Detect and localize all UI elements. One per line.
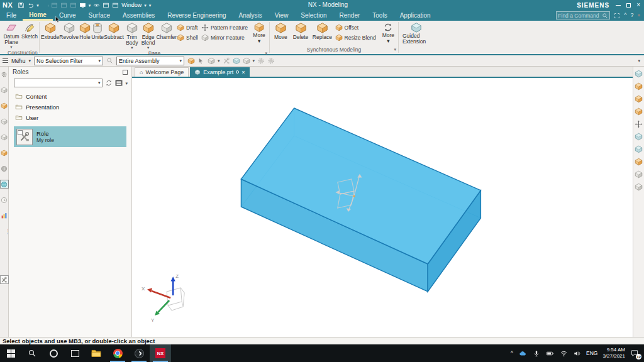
web-browser-icon[interactable] bbox=[1, 180, 8, 188]
roles-folder-user[interactable]: User bbox=[15, 114, 131, 121]
knowledge-fusion-icon[interactable] bbox=[1, 228, 8, 235]
delete-button[interactable]: Delete bbox=[291, 21, 311, 40]
base-group-label[interactable]: Base▾ bbox=[41, 50, 268, 57]
subtract-button[interactable]: Subtract bbox=[104, 21, 124, 40]
selection-scope-dropdown[interactable]: Entire Assembly ▾ bbox=[116, 57, 184, 65]
window-icon[interactable] bbox=[112, 2, 119, 9]
snap-midpoint-icon[interactable] bbox=[243, 57, 250, 65]
sketch-button[interactable]: Sketch bbox=[21, 21, 38, 40]
sweep-feature-icon[interactable] bbox=[635, 170, 643, 178]
nx-taskbar-button[interactable]: NX bbox=[150, 344, 171, 362]
shell-button[interactable]: Shell bbox=[177, 33, 198, 41]
close-button[interactable]: × bbox=[636, 2, 640, 8]
window-menu-caret[interactable]: ▾ bbox=[144, 3, 147, 8]
fullscreen-icon[interactable] bbox=[614, 13, 620, 19]
offset-feature-icon[interactable] bbox=[635, 158, 643, 166]
taskbar-clock[interactable]: 9:54 AM 3/27/2021 bbox=[602, 347, 625, 360]
tab-close-icon[interactable]: × bbox=[242, 69, 245, 75]
unite-button[interactable]: Unite bbox=[91, 21, 104, 40]
screenshot-dropdown-caret[interactable]: ▾ bbox=[89, 3, 91, 8]
sheet-feature-icon[interactable] bbox=[635, 133, 643, 141]
tab-reverse-engineering[interactable]: Reverse Engineering bbox=[161, 10, 232, 21]
snap-circle-icon[interactable] bbox=[257, 57, 265, 65]
roles-folder-content[interactable]: Content bbox=[15, 92, 131, 100]
view-options-caret[interactable]: ▾ bbox=[125, 81, 128, 85]
highlight-icon[interactable] bbox=[187, 57, 195, 65]
qat-overflow-caret[interactable]: ▾ bbox=[149, 3, 152, 8]
record-icon[interactable]: ● bbox=[638, 13, 641, 18]
surface-feature-icon[interactable] bbox=[635, 145, 643, 153]
wifi-icon[interactable] bbox=[560, 349, 568, 358]
save-icon[interactable] bbox=[18, 2, 25, 9]
cascade-window-icon[interactable] bbox=[103, 2, 109, 9]
help-icon[interactable]: ? bbox=[631, 13, 634, 18]
sync-group-label[interactable]: Synchronous Modeling▾ bbox=[271, 47, 397, 54]
datum-plane-button[interactable]: Datum Plane ▾ bbox=[1, 21, 21, 50]
undo-dropdown-caret[interactable]: ▾ bbox=[36, 3, 39, 8]
window-menu[interactable]: Window bbox=[121, 2, 142, 8]
refresh-icon[interactable] bbox=[105, 79, 113, 87]
task-view-button[interactable] bbox=[64, 344, 86, 362]
extrude-feature-icon[interactable] bbox=[635, 82, 643, 90]
replace-button[interactable]: Replace bbox=[311, 21, 333, 40]
touch-mode-icon[interactable] bbox=[93, 2, 100, 9]
history-icon[interactable] bbox=[1, 196, 8, 204]
selection-filter-dropdown[interactable]: No Selection Filter ▾ bbox=[34, 57, 103, 65]
tab-render[interactable]: Render bbox=[333, 10, 367, 21]
view-options-icon[interactable] bbox=[115, 79, 123, 87]
visual-reports-icon[interactable] bbox=[1, 212, 8, 219]
snap-quadrant-icon[interactable] bbox=[267, 57, 275, 65]
tab-analysis[interactable]: Analysis bbox=[233, 10, 269, 21]
battery-icon[interactable] bbox=[545, 349, 555, 358]
chrome-button[interactable] bbox=[107, 344, 128, 362]
maximize-button[interactable] bbox=[626, 3, 631, 8]
action-center-button[interactable]: 12 bbox=[630, 349, 639, 358]
snap-enable-icon[interactable] bbox=[233, 57, 240, 65]
move-button[interactable]: Move bbox=[271, 21, 291, 40]
mesh-feature-icon[interactable] bbox=[635, 183, 643, 191]
offset-button[interactable]: Offset bbox=[335, 23, 376, 31]
roles-search-input[interactable] bbox=[14, 80, 96, 86]
tab-selection[interactable]: Selection bbox=[294, 10, 333, 21]
role-list-item-selected[interactable]: Role My role bbox=[14, 126, 126, 147]
undock-panel-icon[interactable] bbox=[123, 70, 128, 75]
chamfer-button[interactable]: Chamfer bbox=[156, 21, 177, 40]
search-icon[interactable] bbox=[602, 13, 608, 19]
cortana-button[interactable] bbox=[43, 344, 64, 362]
construction-group-label[interactable]: Construction ▾ bbox=[1, 50, 38, 57]
tab-file[interactable]: File bbox=[0, 10, 23, 21]
roles-search-caret[interactable]: ▾ bbox=[96, 80, 103, 85]
pattern-feature-button[interactable]: Pattern Feature bbox=[201, 23, 248, 31]
extrude-button[interactable]: Extrude bbox=[41, 21, 59, 40]
assembly-navigator-icon[interactable] bbox=[1, 70, 8, 78]
tab-assemblies[interactable]: Assemblies bbox=[116, 10, 161, 21]
obs-button[interactable] bbox=[128, 344, 150, 362]
tab-application[interactable]: Application bbox=[394, 10, 437, 21]
info-icon[interactable] bbox=[1, 165, 8, 172]
sync-more-button[interactable]: More ▾ bbox=[380, 21, 397, 44]
tab-home[interactable]: Home bbox=[23, 10, 53, 21]
part-navigator-icon[interactable] bbox=[1, 86, 8, 94]
tab-tools[interactable]: Tools bbox=[366, 10, 393, 21]
snap-point-icon[interactable] bbox=[197, 57, 205, 65]
onedrive-icon[interactable] bbox=[518, 349, 528, 358]
window-select-icon[interactable] bbox=[208, 57, 215, 65]
draft-button[interactable]: Draft bbox=[177, 23, 198, 31]
machining-wizard-icon[interactable] bbox=[1, 149, 8, 156]
tab-example-part[interactable]: Example.prt × bbox=[190, 67, 249, 77]
volume-icon[interactable] bbox=[573, 349, 581, 358]
microphone-icon[interactable] bbox=[533, 349, 540, 358]
graphics-viewport[interactable]: Z X Y bbox=[132, 77, 633, 337]
start-button[interactable] bbox=[0, 344, 21, 362]
minimize-button[interactable] bbox=[616, 5, 621, 6]
resize-blend-button[interactable]: Resize Blend bbox=[335, 33, 376, 41]
tab-surface[interactable]: Surface bbox=[82, 10, 116, 21]
roles-folder-presentation[interactable]: Presentation bbox=[15, 103, 131, 111]
toolbar-overflow-caret[interactable]: ▾ bbox=[638, 58, 641, 63]
screenshot-icon[interactable] bbox=[79, 2, 86, 9]
chamfer-feature-icon[interactable] bbox=[635, 107, 643, 116]
tray-expand-icon[interactable]: ^ bbox=[511, 350, 513, 356]
trim-body-button[interactable]: Trim Body ▾ bbox=[124, 21, 140, 50]
mirror-feature-button[interactable]: Mirror Feature bbox=[201, 33, 248, 41]
tab-welcome-page[interactable]: ⌂ Welcome Page bbox=[135, 67, 189, 77]
